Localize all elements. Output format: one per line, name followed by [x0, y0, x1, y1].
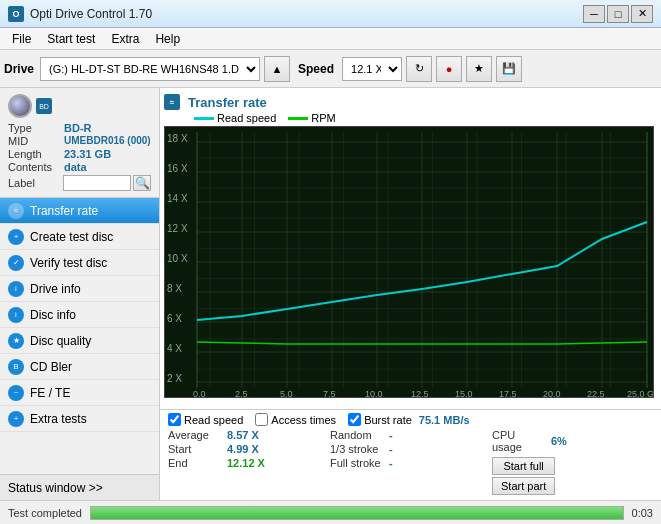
fullstroke-value: - — [389, 457, 393, 469]
nav-drive-info-label: Drive info — [30, 282, 81, 296]
disc-button[interactable]: ● — [436, 56, 462, 82]
end-value: 12.12 X — [227, 457, 265, 469]
stroke13-value: - — [389, 443, 393, 455]
drive-label: Drive — [4, 62, 34, 76]
disc-icon — [8, 94, 32, 118]
menu-extra[interactable]: Extra — [103, 30, 147, 48]
extra-tests-icon: + — [8, 411, 24, 427]
toolbar: Drive (G:) HL-DT-ST BD-RE WH16NS48 1.D3 … — [0, 50, 661, 88]
fe-te-icon: ~ — [8, 385, 24, 401]
disc-label-input[interactable] — [63, 175, 131, 191]
maximize-button[interactable]: □ — [607, 5, 629, 23]
menu-file[interactable]: File — [4, 30, 39, 48]
random-label: Random — [330, 429, 385, 441]
stat-col-1: Average 8.57 X Start 4.99 X End 12.12 X — [168, 429, 330, 495]
nav-extra-tests[interactable]: + Extra tests — [0, 406, 159, 432]
cd-bler-icon: B — [8, 359, 24, 375]
svg-text:6 X: 6 X — [167, 313, 182, 324]
svg-text:0.0: 0.0 — [193, 389, 206, 398]
main-layout: BD Type BD-R MID UMEBDR016 (000) Length … — [0, 88, 661, 500]
disc-mid-value: UMEBDR016 (000) — [64, 135, 151, 147]
fullstroke-label: Full stroke — [330, 457, 385, 469]
nav-drive-info[interactable]: i Drive info — [0, 276, 159, 302]
svg-text:22.5: 22.5 — [587, 389, 605, 398]
read-speed-checkbox-label: Read speed — [184, 414, 243, 426]
access-times-checkbox-label: Access times — [271, 414, 336, 426]
close-button[interactable]: ✕ — [631, 5, 653, 23]
save-button[interactable]: 💾 — [496, 56, 522, 82]
titlebar: O Opti Drive Control 1.70 ─ □ ✕ — [0, 0, 661, 28]
sidebar-nav: ≈ Transfer rate + Create test disc ✓ Ver… — [0, 198, 159, 474]
drive-select[interactable]: (G:) HL-DT-ST BD-RE WH16NS48 1.D3 — [40, 57, 260, 81]
access-times-checkbox-item: Access times — [255, 413, 336, 426]
svg-text:15.0: 15.0 — [455, 389, 473, 398]
checkboxes-row: Read speed Access times Burst rate 75.1 … — [168, 413, 654, 426]
legend-rpm: RPM — [288, 112, 335, 124]
content-area: ≈ Transfer rate Read speed RPM — [160, 88, 661, 500]
progress-bar-fill — [91, 507, 623, 519]
sidebar: BD Type BD-R MID UMEBDR016 (000) Length … — [0, 88, 160, 500]
svg-text:25.0 GB: 25.0 GB — [627, 389, 654, 398]
burst-rate-value: 75.1 MB/s — [419, 414, 470, 426]
stats-row-1: Average 8.57 X Start 4.99 X End 12.12 X … — [168, 429, 654, 495]
star-button[interactable]: ★ — [466, 56, 492, 82]
svg-text:4 X: 4 X — [167, 343, 182, 354]
burst-rate-checkbox-item: Burst rate 75.1 MB/s — [348, 413, 469, 426]
read-speed-checkbox-item: Read speed — [168, 413, 243, 426]
start-stat: Start 4.99 X — [168, 443, 330, 455]
start-label: Start — [168, 443, 223, 455]
disc-label-row: Label 🔍 — [8, 175, 151, 191]
nav-create-test-disc-label: Create test disc — [30, 230, 113, 244]
nav-fe-te[interactable]: ~ FE / TE — [0, 380, 159, 406]
disc-contents-row: Contents data — [8, 161, 151, 173]
burst-rate-checkbox[interactable] — [348, 413, 361, 426]
verify-disc-icon: ✓ — [8, 255, 24, 271]
speed-select[interactable]: 12.1 X — [342, 57, 402, 81]
svg-text:2 X: 2 X — [167, 373, 182, 384]
disc-contents-value: data — [64, 161, 87, 173]
chart-title-icon: ≈ — [164, 94, 180, 110]
disc-length-row: Length 23.31 GB — [8, 148, 151, 160]
disc-type-value: BD-R — [64, 122, 92, 134]
svg-text:10 X: 10 X — [167, 253, 188, 264]
nav-disc-quality[interactable]: ★ Disc quality — [0, 328, 159, 354]
stroke13-stat: 1/3 stroke - — [330, 443, 492, 455]
minimize-button[interactable]: ─ — [583, 5, 605, 23]
svg-text:12.5: 12.5 — [411, 389, 429, 398]
start-full-button[interactable]: Start full — [492, 457, 555, 475]
disc-sub-icon: BD — [36, 98, 52, 114]
disc-label-browse-button[interactable]: 🔍 — [133, 175, 151, 191]
avg-label: Average — [168, 429, 223, 441]
status-window-label: Status window >> — [8, 481, 103, 495]
eject-button[interactable]: ▲ — [264, 56, 290, 82]
menu-start-test[interactable]: Start test — [39, 30, 103, 48]
disc-type-label: Type — [8, 122, 64, 134]
disc-contents-label: Contents — [8, 161, 64, 173]
create-disc-icon: + — [8, 229, 24, 245]
legend-rpm-color — [288, 117, 308, 120]
disc-panel: BD Type BD-R MID UMEBDR016 (000) Length … — [0, 88, 159, 198]
nav-transfer-rate[interactable]: ≈ Transfer rate — [0, 198, 159, 224]
avg-stat: Average 8.57 X — [168, 429, 330, 441]
disc-quality-icon: ★ — [8, 333, 24, 349]
disc-mid-label: MID — [8, 135, 64, 147]
start-part-button[interactable]: Start part — [492, 477, 555, 495]
status-window-button[interactable]: Status window >> — [0, 474, 159, 500]
svg-text:8 X: 8 X — [167, 283, 182, 294]
nav-verify-test-disc[interactable]: ✓ Verify test disc — [0, 250, 159, 276]
nav-disc-info[interactable]: i Disc info — [0, 302, 159, 328]
app-icon: O — [8, 6, 24, 22]
svg-text:2.5: 2.5 — [235, 389, 248, 398]
menu-help[interactable]: Help — [147, 30, 188, 48]
nav-cd-bler[interactable]: B CD Bler — [0, 354, 159, 380]
nav-create-test-disc[interactable]: + Create test disc — [0, 224, 159, 250]
app-title: Opti Drive Control 1.70 — [30, 7, 583, 21]
read-speed-checkbox[interactable] — [168, 413, 181, 426]
avg-value: 8.57 X — [227, 429, 259, 441]
nav-cd-bler-label: CD Bler — [30, 360, 72, 374]
stat-col-3: CPU usage 6% Start full Start part — [492, 429, 654, 495]
refresh-button[interactable]: ↻ — [406, 56, 432, 82]
legend-read-speed-color — [194, 117, 214, 120]
access-times-checkbox[interactable] — [255, 413, 268, 426]
transfer-rate-chart: 18 X 16 X 14 X 12 X 10 X 8 X 6 X 4 X 2 X — [164, 126, 654, 398]
